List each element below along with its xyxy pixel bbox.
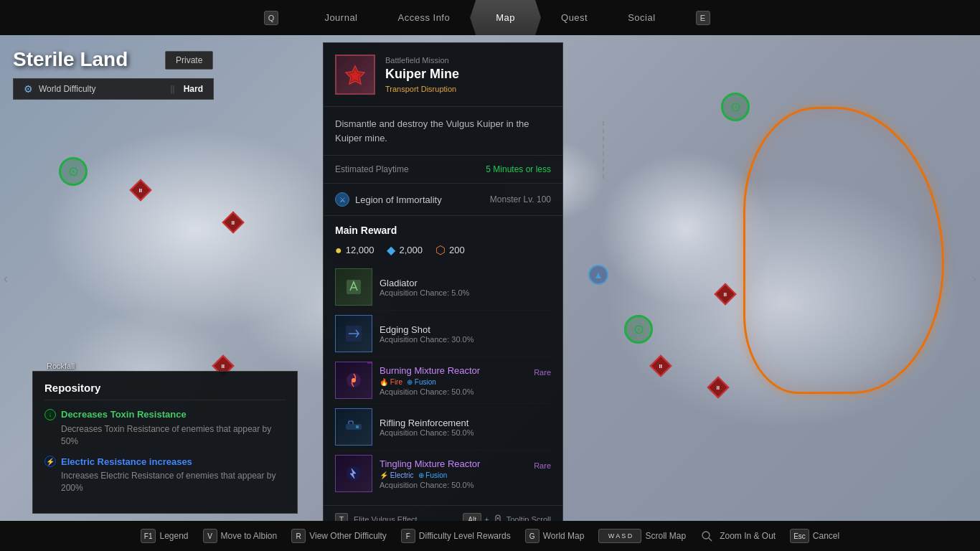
rifling-info: Rifling Reinforcement Acquisition Chance… [380,418,551,437]
world-difficulty-bar[interactable]: ⚙ World Difficulty || Hard [13,78,214,100]
private-button[interactable]: Private [165,51,213,70]
scroll-icon [492,514,504,521]
marker-green-1[interactable]: ⊙ [59,157,88,186]
rare-badge-1 [367,362,372,364]
zoom-label: Zoom In & Out [720,531,776,541]
mission-tag: Transport Disruption [385,85,551,93]
marker-blue-1[interactable]: ▲ [588,265,608,285]
map-scroll-right[interactable]: › [972,270,976,286]
fire-tag: 🔥 Fire [380,378,402,386]
tingling-reactor-name: Tingling Mixture Reactor [380,458,480,469]
map-tab[interactable]: Map [470,0,541,35]
zoom-button[interactable]: Zoom In & Out [700,529,776,542]
quest-tab[interactable]: Quest [541,0,608,35]
mp-amount: 2,000 [399,245,423,255]
e-key: E [696,11,710,25]
gold-reward: ● 12,000 [335,244,374,257]
map-area[interactable]: Sterile Land Private ⚙ World Difficulty … [0,35,980,521]
repo-toxin-header: ↓ Decreases Toxin Resistance [44,409,286,420]
access-info-tab[interactable]: Access Info [378,0,471,35]
view-difficulty-label: View Other Difficulty [309,531,387,541]
footer-plus: + [484,515,489,521]
mission-description: Dismantle and destroy the Vulgus Kuiper … [335,117,551,145]
quest-label: Quest [561,12,588,23]
e-tab[interactable]: E [676,0,736,35]
reward-item-burning-reactor: Burning Mixture Reactor Rare 🔥 Fire ⊕ Fu… [335,357,551,404]
f-key: F [401,529,415,543]
xp-icon: ⬡ [435,243,446,257]
world-map-label: World Map [543,531,585,541]
map-scroll-left[interactable]: ‹ [4,270,8,286]
q-key: Q [264,11,278,25]
cancel-label: Cancel [813,531,839,541]
toxin-icon: ↓ [44,409,56,420]
faction-icon: ⚔ [335,192,349,207]
svg-point-5 [352,378,356,382]
main-reward-section: Main Reward ● 12,000 ◆ 2,000 ⬡ 200 [324,216,562,506]
cancel-button[interactable]: Esc Cancel [790,529,839,543]
v-key: V [203,529,217,543]
gladiator-info: Gladiator Acquisition Chance: 5.0% [380,278,551,297]
difficulty-label: World Difficulty [39,84,161,94]
rare-label-1: Rare [534,368,551,377]
repo-item-electric: ⚡ Electric Resistance increases Increase… [44,456,286,494]
marker-green-2[interactable]: ⊙ [624,315,653,344]
reward-title: Main Reward [335,225,551,236]
reward-currency: ● 12,000 ◆ 2,000 ⬡ 200 [335,243,551,257]
difficulty-icon: ⚙ [24,83,33,95]
marker-diamond-4[interactable]: II [653,358,669,374]
rare-label-2: Rare [534,461,551,470]
marker-diamond-1[interactable]: II [133,182,149,198]
burning-reactor-icon [335,362,372,399]
mission-marker-2: II [222,211,244,233]
bottom-bar: F1 Legend V Move to Albion R View Other … [0,521,980,551]
journal-tab[interactable]: Journal [304,0,377,35]
scroll-map-button[interactable]: W A S D Scroll Map [598,529,686,543]
difficulty-rewards-button[interactable]: F Difficulty Level Rewards [401,529,511,543]
map-label: Map [496,12,515,23]
legend-label: Legend [159,531,188,541]
tingling-reactor-icon [335,455,372,492]
marker-diamond-6[interactable]: II [710,380,726,395]
repository-panel: Repository ↓ Decreases Toxin Resistance … [32,371,298,514]
marker-green-3[interactable]: ⊙ [721,93,750,121]
gold-icon: ● [335,244,342,257]
marker-diamond-2[interactable]: II [225,215,241,230]
journal-label: Journal [324,12,357,23]
mission-title-area: Battlefield Mission Kuiper Mine Transpor… [385,56,551,93]
toxin-header-text: Decreases Toxin Resistance [61,409,187,420]
tingling-reactor-info: Tingling Mixture Reactor Rare ⚡ Electric… [380,458,551,489]
mission-faction: ⚔ Legion of Immortality Monster Lv. 100 [324,184,562,216]
reward-item-rifling: Rifling Reinforcement Acquisition Chance… [335,404,551,451]
tingling-reactor-tags: ⚡ Electric ⊕ Fusion [380,471,551,479]
faction-info: ⚔ Legion of Immortality [335,192,442,207]
edging-shot-icon [335,315,372,352]
world-map-button[interactable]: G World Map [525,529,585,543]
footer-separator: Alt + Tooltip Scroll [463,513,551,521]
legend-button[interactable]: F1 Legend [141,529,189,543]
move-albion-button[interactable]: V Move to Albion [203,529,278,543]
mp-icon: ◆ [387,243,395,257]
view-difficulty-button[interactable]: R View Other Difficulty [291,529,387,543]
electric-tag: ⚡ Electric [380,471,414,479]
q-tab[interactable]: Q [244,0,304,35]
rifling-chance: Acquisition Chance: 50.0% [380,428,551,437]
social-tab[interactable]: Social [608,0,675,35]
gold-amount: 12,000 [346,245,374,255]
mission-marker-4: II [649,354,672,377]
fusion-tag: ⊕ Fusion [407,378,436,386]
burning-reactor-name: Burning Mixture Reactor [380,365,480,376]
playtime-value: 5 Minutes or less [486,164,551,174]
edging-shot-name: Edging Shot [380,324,551,335]
footer-key-alt: Alt [463,513,481,521]
wasd-key: W A S D [598,529,641,543]
footer-key-t: T [335,513,348,521]
gladiator-icon [335,268,372,306]
marker-diamond-5[interactable]: II [717,286,733,302]
faction-name: Legion of Immortality [355,194,442,205]
svg-rect-10 [497,517,499,519]
svg-point-11 [702,532,710,539]
esc-key: Esc [790,529,809,543]
scroll-map-label: Scroll Map [645,531,686,541]
mission-marker-5: II [714,283,736,305]
